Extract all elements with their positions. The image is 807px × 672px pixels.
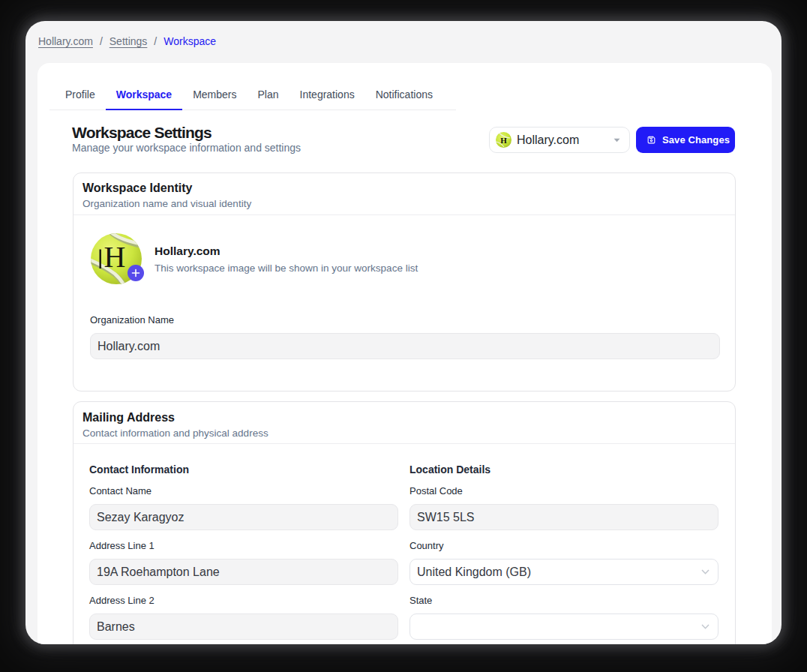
svg-text:H: H bbox=[500, 136, 507, 145]
svg-text:H: H bbox=[104, 240, 125, 274]
